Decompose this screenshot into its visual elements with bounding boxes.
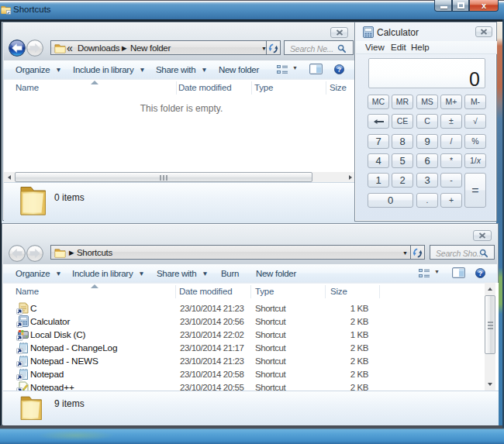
- svg-text:?: ?: [337, 66, 341, 74]
- svg-text:?: ?: [478, 270, 482, 277]
